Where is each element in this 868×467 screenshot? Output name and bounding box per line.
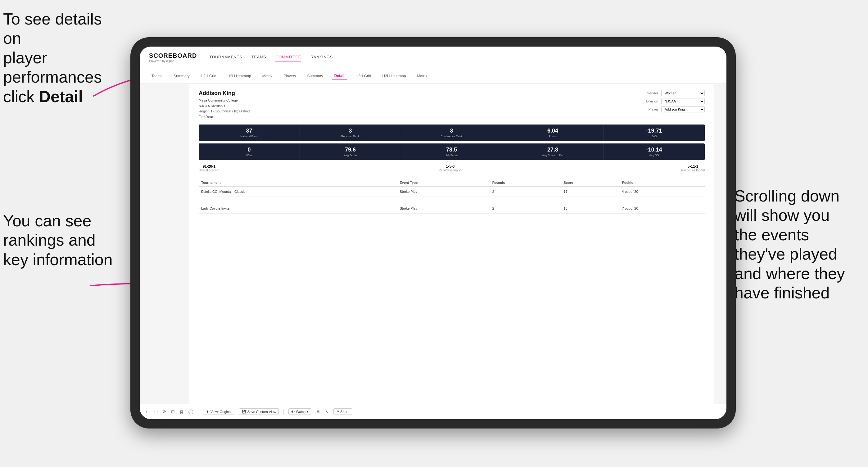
share-icon: ↗ [336, 410, 339, 413]
annotation-bottomleft-text: You can seerankings andkey information [3, 212, 113, 269]
cell-rounds [490, 197, 561, 204]
stat-cell: 3Conference Rank [401, 125, 502, 141]
tournament-table: Tournament Event Type Rounds Score Posit… [199, 179, 705, 214]
redo-icon[interactable]: ↪ [154, 409, 158, 414]
share-btn[interactable]: ↗ Share [333, 408, 352, 415]
save-icon: 💾 [242, 410, 246, 413]
clock-icon[interactable]: 🕐 [188, 409, 193, 414]
stat-label: Avg SG [606, 154, 702, 157]
player-controls: Gender Women Division NJCAA I [640, 90, 705, 120]
gender-select[interactable]: Women [661, 90, 705, 96]
player-region: Region 1 - Southwest (18) District [199, 109, 250, 114]
right-sidebar [714, 84, 726, 404]
logo-area: SCOREBOARD Powered by clippd [149, 52, 197, 63]
zoom-icon[interactable]: ⊞ [171, 409, 175, 414]
player-division: NJCAA Division 1 [199, 103, 250, 109]
stat-label: National Rank [201, 135, 297, 138]
table-header-row: Tournament Event Type Rounds Score Posit… [199, 179, 705, 187]
tab-h2hheatmap2[interactable]: H2H Heatmap [380, 72, 408, 80]
stat-cell: 79.6Avg Score [300, 144, 401, 160]
player-college: Mesa Community College [199, 98, 250, 103]
stat-value: 27.8 [505, 147, 601, 153]
tablet-screen: SCOREBOARD Powered by clippd TOURNAMENTS… [140, 46, 726, 419]
logo-title: SCOREBOARD [149, 52, 197, 59]
content-area: Addison King Mesa Community College NJCA… [140, 84, 726, 404]
stat-value: 79.6 [302, 147, 398, 153]
annotation-right-text: Scrolling downwill show youthe eventsthe… [735, 187, 845, 302]
gender-label: Gender [640, 91, 658, 95]
cell-score [561, 197, 620, 204]
division-select[interactable]: NJCAA I [661, 98, 705, 104]
cell-event-type: Stroke Play [397, 187, 490, 197]
annotation-topleft-text: To see details onplayer performancesclic… [3, 10, 102, 105]
record-value: 1-5-0 [439, 164, 462, 168]
table-row: Estella CC- Mountain Classic Stroke Play… [199, 187, 705, 197]
cell-tournament: Estella CC- Mountain Classic [199, 187, 397, 197]
nav-rankings[interactable]: RANKINGS [310, 53, 333, 61]
layout-icon[interactable]: ▦ [180, 409, 183, 414]
stat-label: Adj Score [404, 154, 499, 157]
stat-cell: 3Regional Rank [300, 125, 401, 141]
stat-cell: -10.14Avg SG [603, 144, 705, 160]
player-info: Addison King Mesa Community College NJCA… [199, 90, 250, 120]
tab-summary2[interactable]: Summary [305, 72, 326, 80]
player-header: Addison King Mesa Community College NJCA… [199, 90, 705, 120]
sub-nav: Teams Summary H2H Grid H2H Heatmap Matri… [140, 68, 726, 84]
tab-matrix1[interactable]: Matrix [260, 72, 275, 80]
player-select[interactable]: Addison King [661, 106, 705, 113]
stats-row2: 0Wins79.6Avg Score78.5Adj Score27.8Avg S… [199, 144, 705, 160]
toolbar-sep1 [198, 409, 198, 415]
stat-label: Wins [201, 154, 297, 157]
records-row: 91-20-1Overall Record1-5-0Record vs top … [199, 162, 705, 174]
stat-value: 6.04 [505, 128, 601, 134]
col-rounds: Rounds [490, 179, 561, 187]
tab-summary1[interactable]: Summary [171, 72, 192, 80]
annotation-right: Scrolling downwill show youthe eventsthe… [735, 186, 865, 303]
gender-row: Gender Women [640, 90, 705, 96]
cell-rounds: 2 [490, 187, 561, 197]
table-row [199, 197, 705, 204]
refresh-icon[interactable]: ⟳ [163, 409, 166, 414]
tablet-frame: SCOREBOARD Powered by clippd TOURNAMENTS… [130, 37, 736, 429]
stat-label: Points [505, 135, 601, 138]
watch-btn[interactable]: 👁 Watch ▾ [288, 408, 311, 415]
stat-label: Avg Score [302, 154, 398, 157]
tab-h2hheatmap1[interactable]: H2H Heatmap [225, 72, 254, 80]
screen-icon[interactable]: 🖥 [316, 409, 320, 414]
cell-event-type [397, 197, 490, 204]
tab-detail[interactable]: Detail [332, 72, 347, 80]
nav-teams[interactable]: TEAMS [251, 53, 266, 61]
division-label: Division [640, 99, 658, 103]
toolbar-sep2 [283, 409, 284, 415]
col-tournament: Tournament [199, 179, 397, 187]
stat-value: 0 [201, 147, 297, 153]
tab-matrix2[interactable]: Matrix [415, 72, 430, 80]
nav-committee[interactable]: COMMITTEE [275, 53, 301, 61]
top-nav: SCOREBOARD Powered by clippd TOURNAMENTS… [140, 46, 726, 68]
expand-icon[interactable]: ⤡ [325, 409, 329, 414]
tab-h2hgrid2[interactable]: H2H Grid [353, 72, 373, 80]
stat-label: Avg Score to Par [505, 154, 601, 157]
stat-label: Regional Rank [302, 135, 398, 138]
cell-event-type: Stroke Play [397, 204, 490, 214]
stat-value: 37 [201, 128, 297, 134]
chevron-down-icon: ▾ [307, 410, 309, 413]
undo-icon[interactable]: ↩ [146, 409, 150, 414]
main-content: Addison King Mesa Community College NJCA… [189, 84, 714, 404]
cell-position: 7 out of 20 [620, 204, 705, 214]
record-label: Record vs top 50 [681, 168, 705, 172]
save-custom-view-btn[interactable]: 💾 Save Custom View [239, 408, 279, 415]
main-nav: TOURNAMENTS TEAMS COMMITTEE RANKINGS [209, 53, 333, 61]
view-original-btn[interactable]: 👁 View: Original [203, 409, 235, 415]
nav-tournaments[interactable]: TOURNAMENTS [209, 53, 242, 61]
cell-tournament: Lady Coyote Invite [199, 204, 397, 214]
record-value: 5-11-1 [681, 164, 705, 168]
tab-teams[interactable]: Teams [149, 72, 165, 80]
player-label: Player [640, 107, 658, 111]
cell-score: 17 [561, 187, 620, 197]
cell-rounds: 2 [490, 204, 561, 214]
tab-h2hgrid1[interactable]: H2H Grid [198, 72, 219, 80]
stat-cell: -19.71SoS [603, 125, 705, 141]
tab-players[interactable]: Players [281, 72, 298, 80]
stat-value: 78.5 [404, 147, 499, 153]
